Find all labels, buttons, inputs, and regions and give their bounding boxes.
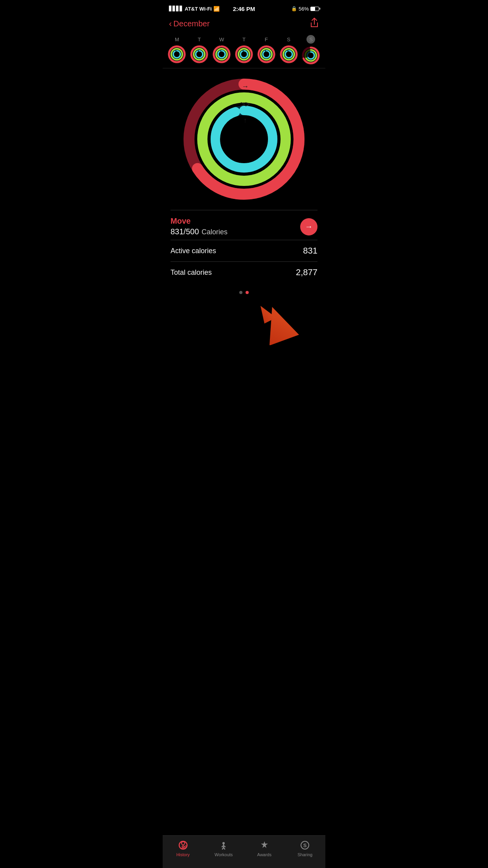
share-icon bbox=[310, 17, 319, 28]
ring-mini-sun bbox=[301, 46, 320, 65]
day-col-thu[interactable]: T bbox=[235, 37, 253, 64]
time-display: 2:46 PM bbox=[233, 6, 255, 12]
ring-mini-fri bbox=[257, 45, 276, 64]
day-label-sun: S bbox=[306, 35, 315, 44]
day-label-sat: S bbox=[287, 37, 290, 42]
dot-1 bbox=[239, 291, 242, 294]
move-label: Move bbox=[171, 217, 227, 226]
share-button[interactable] bbox=[310, 17, 319, 30]
svg-point-23 bbox=[240, 51, 248, 58]
day-col-sun[interactable]: S bbox=[301, 35, 320, 65]
move-calories-display: 831/500 Calories bbox=[171, 226, 227, 237]
svg-text:↑: ↑ bbox=[244, 116, 247, 124]
ring-mini-tue bbox=[190, 45, 209, 64]
ring-mini-mon bbox=[167, 45, 186, 64]
day-label-mon: M bbox=[175, 37, 179, 42]
dot-indicators bbox=[163, 291, 325, 294]
week-strip: M T W bbox=[163, 35, 325, 68]
svg-point-11 bbox=[196, 51, 203, 58]
day-label-tue: T bbox=[198, 37, 201, 42]
svg-text:→: → bbox=[242, 83, 249, 90]
total-calories-label: Total calories bbox=[171, 268, 212, 277]
battery-percent: 56% bbox=[299, 6, 309, 12]
main-activity-ring: → >> ↑ bbox=[181, 76, 307, 202]
move-value: 831/500 bbox=[171, 227, 199, 236]
annotation-arrow bbox=[239, 298, 317, 345]
day-label-thu: T bbox=[242, 37, 246, 42]
move-info: Move 831/500 Calories bbox=[171, 217, 227, 237]
back-button[interactable]: ‹ December bbox=[169, 19, 210, 29]
dot-2-active bbox=[246, 291, 249, 294]
header: ‹ December bbox=[163, 16, 325, 35]
total-calories-value: 2,877 bbox=[296, 267, 317, 278]
main-content: → >> ↑ Move 831/500 Calories → Active ca… bbox=[163, 68, 325, 381]
lock-icon: 🔒 bbox=[291, 6, 297, 11]
day-col-fri[interactable]: F bbox=[257, 37, 276, 64]
move-detail-button[interactable]: → bbox=[300, 218, 317, 235]
ring-mini-sat bbox=[279, 45, 298, 64]
active-calories-value: 831 bbox=[303, 246, 317, 256]
back-chevron-icon: ‹ bbox=[169, 19, 172, 29]
day-label-fri: F bbox=[265, 37, 268, 42]
move-arrow-icon: → bbox=[305, 222, 313, 231]
day-label-wed: W bbox=[219, 37, 224, 42]
day-col-wed[interactable]: W bbox=[212, 37, 231, 64]
day-col-sat[interactable]: S bbox=[279, 37, 298, 64]
ring-mini-wed bbox=[212, 45, 231, 64]
svg-point-35 bbox=[285, 51, 292, 58]
ring-mini-thu bbox=[235, 45, 253, 64]
battery-icon bbox=[310, 7, 319, 11]
main-ring-container: → >> ↑ bbox=[163, 68, 325, 206]
arrow-annotation-container bbox=[163, 298, 325, 345]
svg-point-5 bbox=[173, 51, 180, 58]
back-label: December bbox=[173, 19, 209, 28]
stats-section: Move 831/500 Calories → Active calories … bbox=[163, 210, 325, 283]
battery-area: 🔒 56% bbox=[291, 6, 319, 12]
status-bar: ▋▋▋▋ AT&T Wi-Fi 📶 2:46 PM 🔒 56% bbox=[163, 0, 325, 16]
day-col-mon[interactable]: M bbox=[167, 37, 186, 64]
move-unit: Calories bbox=[202, 228, 227, 236]
active-calories-label: Active calories bbox=[171, 247, 216, 255]
active-calories-row: Active calories 831 bbox=[171, 240, 317, 261]
carrier-wifi: ▋▋▋▋ AT&T Wi-Fi 📶 bbox=[169, 6, 220, 12]
svg-text:>>: >> bbox=[240, 100, 250, 108]
wifi-icon: 📶 bbox=[213, 6, 220, 12]
svg-point-29 bbox=[263, 51, 270, 58]
carrier-label: AT&T Wi-Fi bbox=[185, 6, 212, 12]
move-header: Move 831/500 Calories → bbox=[171, 210, 317, 240]
total-calories-row: Total calories 2,877 bbox=[171, 261, 317, 283]
day-col-tue[interactable]: T bbox=[190, 37, 209, 64]
svg-point-17 bbox=[218, 51, 225, 58]
svg-marker-52 bbox=[257, 302, 299, 345]
signal-icon: ▋▋▋▋ bbox=[169, 6, 183, 11]
